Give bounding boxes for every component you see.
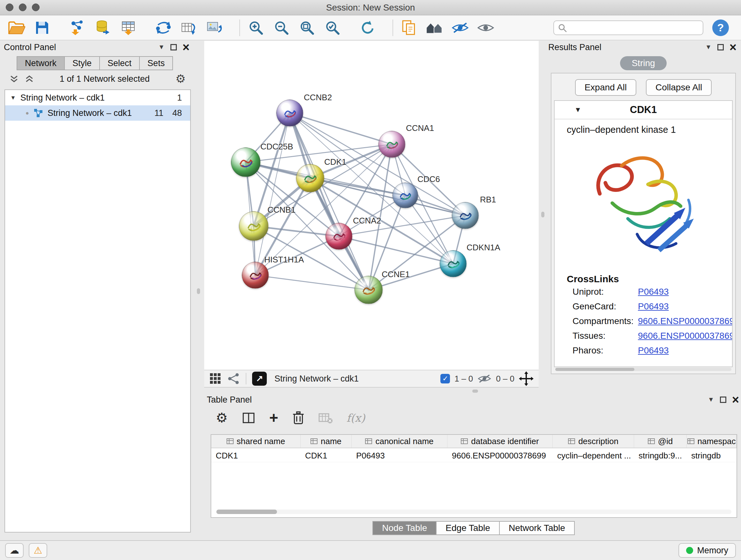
- close-window-button[interactable]: [6, 3, 13, 11]
- home-button[interactable]: [424, 17, 445, 38]
- add-column-icon[interactable]: +: [269, 410, 278, 426]
- column-header-database-identifier[interactable]: database identifier: [448, 435, 553, 448]
- export-image-button[interactable]: [204, 17, 225, 38]
- crosslink-value-link[interactable]: P06493: [638, 287, 669, 297]
- expand-all-icon[interactable]: [25, 75, 34, 83]
- import-database-button[interactable]: [92, 17, 113, 38]
- network-node-hist1h1a[interactable]: [242, 262, 269, 289]
- minimize-window-button[interactable]: [19, 3, 26, 11]
- network-edge[interactable]: [255, 113, 290, 275]
- delete-column-trash-icon[interactable]: [292, 411, 305, 425]
- tab-edge-table[interactable]: Edge Table: [436, 521, 500, 535]
- network-edge[interactable]: [290, 113, 465, 215]
- hide-selected-button[interactable]: [450, 17, 470, 38]
- collapse-all-icon[interactable]: [10, 75, 18, 83]
- network-node-ccnb2[interactable]: [276, 100, 303, 126]
- import-table-button[interactable]: [118, 17, 138, 38]
- network-node-rb1[interactable]: [452, 202, 479, 229]
- tab-string[interactable]: String: [620, 56, 666, 70]
- tab-node-table[interactable]: Node Table: [373, 521, 436, 535]
- save-session-button[interactable]: [32, 17, 52, 38]
- collapse-section-icon[interactable]: ▼: [575, 106, 582, 114]
- network-node-ccnb1[interactable]: [239, 211, 268, 241]
- protein-structure-icon: [443, 254, 463, 274]
- column-header-name[interactable]: name: [300, 435, 352, 448]
- help-button[interactable]: ?: [712, 19, 729, 36]
- network-node-cdc25b[interactable]: [231, 147, 260, 177]
- tab-style[interactable]: Style: [64, 56, 100, 70]
- network-collection-row[interactable]: ▼ String Network – cdk1 1: [5, 90, 190, 105]
- network-node-ccna1[interactable]: [379, 131, 405, 158]
- import-network-file-button[interactable]: [67, 17, 87, 38]
- network-edge[interactable]: [290, 113, 392, 144]
- crosslink-value-link[interactable]: P06493: [638, 301, 669, 312]
- crosslink-value-link[interactable]: 9606.ENSP00000378699: [638, 316, 733, 326]
- open-session-button[interactable]: [6, 17, 27, 38]
- memory-button[interactable]: Memory: [678, 543, 736, 558]
- share-view-icon[interactable]: [227, 372, 240, 385]
- float-panel-icon[interactable]: [718, 44, 724, 51]
- panel-menu-icon[interactable]: ▼: [705, 44, 712, 51]
- float-panel-icon[interactable]: [171, 44, 177, 51]
- column-header--id[interactable]: @id: [634, 435, 687, 448]
- collapse-all-button[interactable]: Collapse All: [646, 79, 712, 96]
- table-row[interactable]: CDK1CDK1P064939606.ENSP00000378699cyclin…: [211, 448, 737, 462]
- tab-select[interactable]: Select: [99, 56, 140, 70]
- protein-card-header[interactable]: ▼ CDK1: [555, 101, 732, 119]
- maximize-window-button[interactable]: [32, 3, 40, 11]
- zoom-fit-button[interactable]: [297, 17, 317, 38]
- zoom-in-button[interactable]: [246, 17, 266, 38]
- network-node-cdkn1a[interactable]: [440, 250, 467, 277]
- column-header-canonical-name[interactable]: canonical name: [352, 435, 448, 448]
- left-splitter-handle[interactable]: [197, 288, 200, 294]
- zoom-out-button[interactable]: [271, 17, 292, 38]
- network-edge[interactable]: [255, 275, 368, 290]
- scrollbar-thumb[interactable]: [216, 509, 277, 514]
- cloud-status-button[interactable]: ☁: [5, 543, 23, 558]
- network-edge[interactable]: [339, 236, 453, 264]
- float-panel-icon[interactable]: [720, 396, 726, 403]
- column-header-namespac[interactable]: namespac: [687, 435, 737, 448]
- network-canvas[interactable]: CCNB2CCNA1CDC25BCDK1CDC6RB1CCNB1CCNA2CDK…: [204, 41, 539, 370]
- panel-menu-icon[interactable]: ▼: [158, 44, 165, 51]
- network-from-table-button[interactable]: [179, 17, 199, 38]
- tab-network[interactable]: Network: [17, 56, 65, 70]
- grid-view-icon[interactable]: [209, 373, 221, 385]
- warnings-button[interactable]: ⚠: [29, 543, 47, 558]
- close-panel-icon[interactable]: ×: [732, 395, 739, 405]
- show-all-button[interactable]: [475, 17, 496, 38]
- gear-icon[interactable]: ⚙: [176, 73, 186, 84]
- results-horizontal-scrollbar[interactable]: [555, 368, 731, 371]
- panel-menu-icon[interactable]: ▼: [708, 396, 714, 403]
- tree-expand-icon[interactable]: ▼: [10, 95, 16, 101]
- table-settings-gear-icon[interactable]: ⚙: [216, 411, 228, 425]
- network-node-cdc6[interactable]: [393, 183, 418, 208]
- selected-checkbox[interactable]: ✓: [441, 374, 450, 383]
- zoom-selected-icon: [325, 20, 340, 36]
- search-input[interactable]: [570, 23, 699, 33]
- network-node-ccne1[interactable]: [354, 276, 383, 304]
- birdseye-view-button[interactable]: ↗: [252, 372, 267, 386]
- table-horizontal-scrollbar[interactable]: [216, 509, 731, 514]
- network-node-ccna2[interactable]: [326, 223, 352, 250]
- network-row[interactable]: ● String Network – cdk1 11 48: [5, 105, 190, 121]
- tab-network-table[interactable]: Network Table: [499, 521, 575, 535]
- tab-sets[interactable]: Sets: [139, 56, 173, 70]
- crosslink-value-link[interactable]: 9606.ENSP00000378699: [638, 331, 733, 341]
- right-splitter-handle[interactable]: [541, 212, 544, 217]
- column-header-shared-name[interactable]: shared name: [211, 435, 300, 448]
- clone-network-button[interactable]: [153, 17, 174, 38]
- refresh-button[interactable]: [357, 17, 378, 38]
- scrollbar-thumb[interactable]: [555, 368, 634, 371]
- zoom-selected-button[interactable]: [322, 17, 343, 38]
- network-node-cdk1[interactable]: [296, 164, 324, 192]
- column-header-description[interactable]: description: [553, 435, 634, 448]
- copy-layout-button[interactable]: [399, 17, 419, 38]
- close-panel-icon[interactable]: ×: [183, 43, 190, 52]
- select-columns-icon[interactable]: [242, 411, 255, 425]
- expand-all-button[interactable]: Expand All: [575, 79, 636, 96]
- bottom-splitter-handle[interactable]: [472, 389, 478, 393]
- pan-crosshair-icon[interactable]: [519, 371, 534, 386]
- crosslink-value-link[interactable]: P06493: [638, 346, 669, 356]
- close-panel-icon[interactable]: ×: [730, 43, 737, 52]
